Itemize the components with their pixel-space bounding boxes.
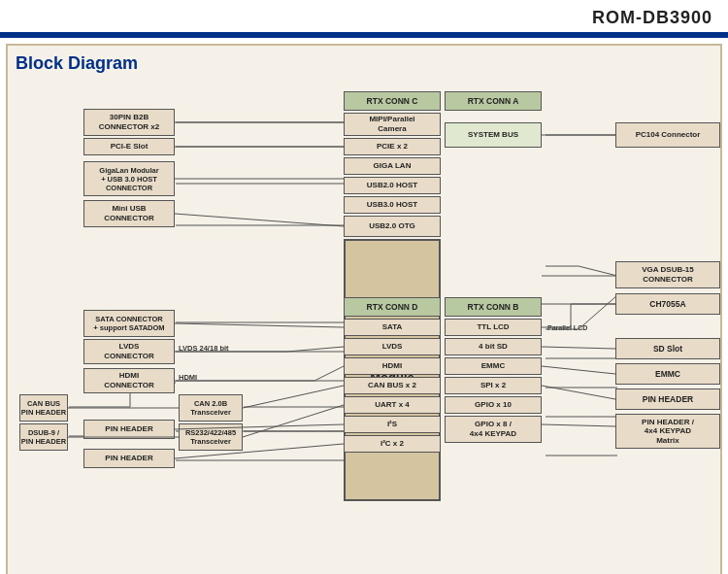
svg-line-34: [287, 347, 344, 352]
box-giga-lan: GIGA LAN: [344, 157, 441, 175]
box-dsub9-pin-header: DSUB-9 /PIN HEADER: [19, 423, 68, 451]
svg-line-47: [542, 366, 615, 374]
box-rtx-conn-a: RTX CONN A: [445, 91, 542, 111]
box-system-bus: SYSTEM BUS: [445, 122, 542, 148]
svg-line-48: [542, 386, 615, 399]
box-lvds: LVDS: [344, 338, 441, 355]
box-usb3-host: USB3.0 HOST: [344, 196, 441, 214]
box-spi-x2: SPI x 2: [445, 377, 542, 394]
box-ch7055a: CH7055A: [615, 293, 720, 315]
box-sd-slot: SD Slot: [615, 338, 720, 359]
svg-line-42: [243, 405, 344, 437]
section-title: Block Diagram: [16, 53, 712, 74]
box-pc104: PC104 Connector: [615, 122, 720, 148]
box-ttl-lcd: TTL LCD: [445, 319, 542, 336]
box-rs232-transceiver: RS232/422/485Transceiver: [179, 423, 243, 451]
box-i2s: I²S: [344, 416, 441, 433]
diagram-container: 30PIN B2BCONNECTOR x2 PCI-E Slot GigaLan…: [16, 82, 712, 574]
box-miniusb: Mini USBCONNECTOR: [83, 200, 175, 227]
box-pin-header-i2c: PIN HEADER: [83, 449, 175, 468]
box-i2c-x2: I²C x 2: [344, 435, 441, 453]
box-pin-header-i2s: PIN HEADER: [83, 420, 175, 439]
box-lvds-connector: LVDSCONNECTOR: [83, 339, 175, 364]
box-canbus-pin-header: CAN BUSPIN HEADER: [19, 394, 68, 422]
box-canbus-x2: CAN BUS x 2: [344, 377, 441, 394]
box-vga-dsub: VGA DSUB-15CONNECTOR: [615, 261, 720, 288]
lvds-label: LVDS 24/18 bit: [179, 344, 229, 353]
header: ROM-DB3900: [0, 0, 728, 35]
box-4bit-sd: 4 bit SD: [445, 338, 542, 355]
svg-line-31: [175, 214, 344, 226]
svg-line-49: [542, 424, 615, 426]
box-usb2-host: USB2.0 HOST: [344, 177, 441, 194]
box-rtx-conn-c: RTX CONN C: [344, 91, 441, 111]
box-can-transceiver: CAN 2.0BTransceiver: [179, 394, 243, 422]
box-rtx-conn-b: RTX CONN B: [445, 297, 542, 317]
box-hdmi: HDMI: [344, 357, 441, 375]
svg-line-46: [542, 347, 615, 349]
box-emmc-b: EMMC: [445, 357, 542, 375]
box-sata-connector: SATA CONNECTOR+ support SATADOM: [83, 310, 175, 337]
svg-line-26: [579, 266, 617, 276]
box-emmc-right: EMMC: [615, 363, 720, 385]
box-gpio-x10: GPIO x 10: [445, 396, 542, 414]
box-sata: SATA: [344, 319, 441, 336]
box-uart-x4: UART x 4: [344, 396, 441, 414]
svg-line-32: [175, 323, 344, 327]
box-gpio-keypad: GPIO x 8 /4x4 KEYPAD: [445, 416, 542, 443]
page-title: ROM-DB3900: [592, 8, 712, 27]
box-usb2-otg: USB2.0 OTG: [344, 216, 441, 237]
box-rtx-conn-d: RTX CONN D: [344, 297, 441, 317]
main-content: Block Diagram: [6, 44, 722, 574]
box-pin-header-right: PIN HEADER: [615, 388, 720, 410]
box-pcie-slot: PCI-E Slot: [83, 138, 175, 155]
svg-line-36: [314, 366, 344, 381]
box-hdmi-connector: HDMICONNECTOR: [83, 368, 175, 393]
svg-line-40: [243, 386, 344, 408]
box-pin-header-4x4: PIN HEADER /4x4 KEYPADMatrix: [615, 414, 720, 449]
box-gigalan: GigaLan Modular+ USB 3.0 HOSTCONNECTOR: [83, 161, 175, 196]
box-mipi: MIPI/ParallelCamera: [344, 113, 441, 136]
hdmi-label: HDMI: [179, 373, 197, 382]
box-pcie-x2: PCIE x 2: [344, 138, 441, 155]
parallel-lcd-label: Parallel LCD: [547, 324, 587, 331]
box-30pin-b2b: 30PIN B2BCONNECTOR x2: [83, 109, 175, 136]
